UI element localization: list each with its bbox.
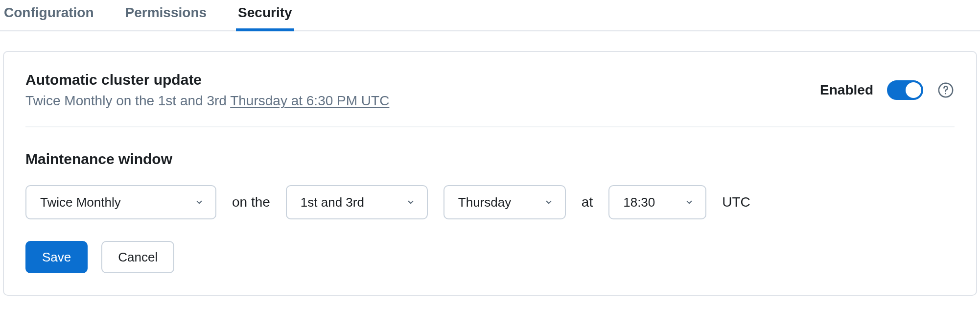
automatic-update-header: Automatic cluster update Twice Monthly o… [25, 71, 955, 127]
schedule-link[interactable]: Thursday at 6:30 PM UTC [230, 93, 389, 108]
maintenance-row: Twice Monthly on the 1st and 3rd Thursda… [25, 185, 955, 219]
chevron-down-icon [543, 197, 554, 208]
at-label: at [582, 194, 593, 210]
chevron-down-icon [684, 197, 695, 208]
time-value: 18:30 [623, 195, 655, 210]
day-select[interactable]: Thursday [443, 185, 566, 219]
svg-point-1 [945, 93, 946, 95]
tab-security[interactable]: Security [236, 0, 294, 30]
tab-permissions[interactable]: Permissions [123, 0, 209, 30]
automatic-update-schedule: Twice Monthly on the 1st and 3rd Thursda… [25, 93, 820, 109]
on-the-label: on the [232, 194, 270, 210]
cancel-button[interactable]: Cancel [101, 241, 174, 273]
save-button[interactable]: Save [25, 241, 88, 273]
chevron-down-icon [194, 197, 205, 208]
ordinal-value: 1st and 3rd [301, 195, 364, 210]
frequency-value: Twice Monthly [40, 195, 121, 210]
maintenance-window-title: Maintenance window [25, 151, 955, 167]
tab-bar: Configuration Permissions Security [0, 0, 980, 31]
toggle-knob [906, 82, 921, 98]
automatic-update-title: Automatic cluster update [25, 71, 820, 88]
tab-configuration[interactable]: Configuration [2, 0, 96, 30]
day-value: Thursday [458, 195, 511, 210]
schedule-prefix: Twice Monthly on the 1st and 3rd [25, 93, 230, 108]
enabled-label: Enabled [820, 82, 873, 98]
help-icon[interactable] [937, 81, 955, 99]
time-select[interactable]: 18:30 [608, 185, 706, 219]
chevron-down-icon [405, 197, 416, 208]
automatic-update-controls: Enabled [820, 80, 955, 100]
security-card: Automatic cluster update Twice Monthly o… [3, 51, 977, 296]
utc-label: UTC [722, 194, 750, 210]
automatic-update-text: Automatic cluster update Twice Monthly o… [25, 71, 820, 109]
ordinal-select[interactable]: 1st and 3rd [286, 185, 428, 219]
frequency-select[interactable]: Twice Monthly [25, 185, 216, 219]
enabled-toggle[interactable] [887, 80, 923, 100]
action-buttons: Save Cancel [25, 241, 955, 273]
